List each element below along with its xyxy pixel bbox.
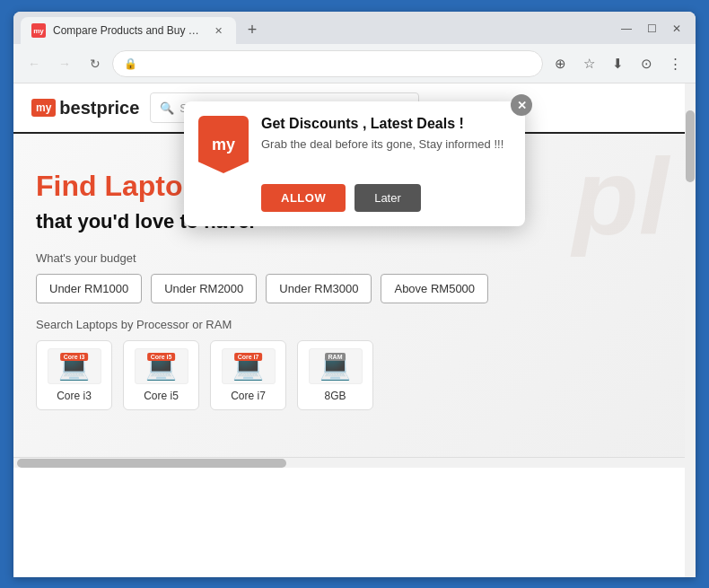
proc-name-i5: Core i5 — [144, 390, 179, 402]
proc-badge-ram: RAM — [325, 353, 346, 361]
browser-window: my Compare Products and Buy Onl... ✕ + —… — [13, 12, 696, 577]
page-content: my bestprice 🔍 Search anything... pl Fin… — [13, 83, 696, 577]
popup-logo: my — [198, 116, 249, 173]
download-button[interactable]: ⬇ — [604, 50, 631, 77]
bookmark-button[interactable]: ☆ — [575, 50, 602, 77]
tab-close-button[interactable]: ✕ — [211, 23, 225, 38]
maximize-button[interactable]: ☐ — [640, 17, 663, 40]
popup-text-block: Get Discounts , Latest Deals ! Grab the … — [261, 116, 511, 151]
vertical-scrollbar[interactable] — [685, 83, 696, 577]
profile-icon-btn[interactable]: ⊕ — [547, 50, 573, 77]
reload-button[interactable]: ↻ — [82, 50, 109, 77]
proc-name-i7: Core i7 — [231, 390, 266, 402]
proc-card-ram[interactable]: 💻 RAM 8GB — [297, 340, 373, 410]
minimize-button[interactable]: — — [615, 17, 638, 40]
watermark: pl — [573, 143, 669, 250]
proc-card-i5[interactable]: 💻 Core i5 Core i5 — [123, 340, 199, 410]
proc-badge-i7: Core i7 — [234, 353, 263, 361]
proc-badge-i3: Core i3 — [60, 353, 89, 361]
tab-favicon: my — [31, 23, 46, 38]
popup-subtitle: Grab the deal before its gone, Stay info… — [261, 137, 511, 151]
hero-title-plain: Find — [36, 170, 104, 202]
site-logo[interactable]: my bestprice — [31, 98, 139, 118]
popup-actions: ALLOW Later — [198, 184, 511, 212]
new-tab-button[interactable]: + — [240, 17, 265, 42]
proc-name-ram: 8GB — [324, 390, 346, 402]
account-button[interactable]: ⊙ — [633, 50, 660, 77]
processor-cards: 💻 Core i3 Core i3 💻 Core i5 Core i5 💻 — [36, 340, 673, 410]
proc-badge-i5: Core i5 — [147, 353, 176, 361]
popup-title: Get Discounts , Latest Deals ! — [261, 116, 511, 132]
address-bar[interactable]: 🔒 — [112, 50, 543, 77]
budget-btn-3[interactable]: Above RM5000 — [381, 274, 488, 303]
proc-card-img-ram: 💻 RAM — [309, 348, 363, 384]
proc-card-i3[interactable]: 💻 Core i3 Core i3 — [36, 340, 112, 410]
budget-btn-2[interactable]: Under RM3000 — [266, 274, 372, 303]
window-controls: — ☐ ✕ — [615, 17, 688, 44]
proc-name-i3: Core i3 — [57, 390, 92, 402]
tab-bar: my Compare Products and Buy Onl... ✕ + —… — [13, 12, 696, 44]
hscrollbar-thumb[interactable] — [17, 459, 286, 468]
lock-icon: 🔒 — [124, 57, 137, 70]
back-button[interactable]: ← — [21, 50, 48, 77]
nav-right-icons: ⊕ ☆ ⬇ ⊙ ⋮ — [547, 50, 688, 77]
horizontal-scrollbar[interactable] — [13, 457, 696, 468]
budget-btn-1[interactable]: Under RM2000 — [151, 274, 257, 303]
forward-button[interactable]: → — [51, 50, 78, 77]
budget-btn-0[interactable]: Under RM1000 — [36, 274, 142, 303]
logo-bestprice-text: bestprice — [59, 98, 139, 118]
scrollbar-thumb[interactable] — [686, 110, 695, 182]
logo-my-badge: my — [31, 99, 56, 117]
budget-buttons: Under RM1000 Under RM2000 Under RM3000 A… — [36, 274, 673, 303]
proc-card-i7[interactable]: 💻 Core i7 Core i7 — [210, 340, 286, 410]
close-button[interactable]: ✕ — [665, 17, 688, 40]
tab-title: Compare Products and Buy Onl... — [53, 24, 204, 37]
proc-card-img-i3: 💻 Core i3 — [48, 348, 101, 384]
proc-card-img-i5: 💻 Core i5 — [135, 348, 188, 384]
notification-popup: ✕ my Get Discounts , Latest Deals ! Grab… — [184, 101, 525, 226]
nav-bar: ← → ↻ 🔒 ⊕ ☆ ⬇ ⊙ ⋮ — [13, 44, 696, 83]
proc-card-img-i7: 💻 Core i7 — [222, 348, 276, 384]
popup-close-button[interactable]: ✕ — [511, 94, 532, 116]
processor-label: Search Laptops by Processor or RAM — [36, 318, 673, 331]
allow-button[interactable]: ALLOW — [261, 184, 346, 212]
search-icon: 🔍 — [160, 101, 174, 115]
later-button[interactable]: Later — [354, 184, 421, 212]
active-tab[interactable]: my Compare Products and Buy Onl... ✕ — [21, 17, 236, 44]
popup-header: my Get Discounts , Latest Deals ! Grab t… — [198, 116, 511, 173]
menu-button[interactable]: ⋮ — [661, 50, 688, 77]
